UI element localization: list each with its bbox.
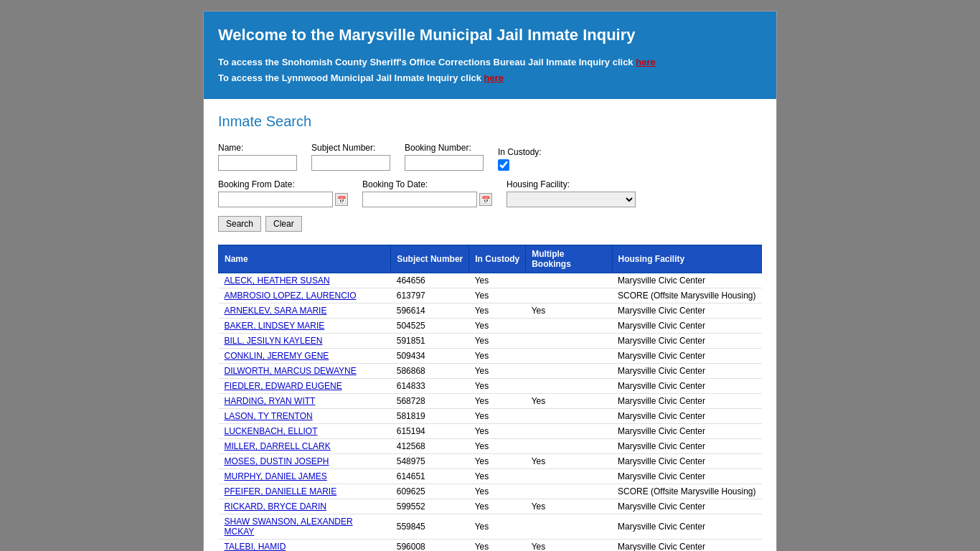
table-row: ALECK, HEATHER SUSAN464656YesMarysville … [219,273,762,288]
booking-from-group: Booking From Date: 📅 [218,179,348,207]
inmate-name-link[interactable]: BAKER, LINDSEY MARIE [225,321,325,331]
cell-housing: Marysville Civic Center [612,409,761,424]
cell-multiple [526,273,612,288]
results-table: Name Subject Number In Custody Multiple … [218,245,762,551]
table-row: RICKARD, BRYCE DARIN599552YesYesMarysvil… [219,499,762,514]
inmate-name-link[interactable]: TALEBI, HAMID [225,542,286,551]
booking-from-wrapper: 📅 [218,192,348,207]
cell-subject: 613797 [391,288,469,303]
inmate-name-link[interactable]: LUCKENBACH, ELLIOT [225,426,318,436]
cell-name: MOSES, DUSTIN JOSEPH [219,454,391,469]
cell-housing: Marysville Civic Center [612,319,761,334]
cell-subject: 596008 [391,540,469,551]
custody-label: In Custody: [498,147,542,157]
cell-name: LASON, TY TRENTON [219,409,391,424]
subject-input[interactable] [311,155,390,171]
cell-subject: 548975 [391,454,469,469]
form-row-1: Name: Subject Number: Booking Number: In… [218,143,762,171]
booking-to-input[interactable] [362,192,477,207]
inmate-name-link[interactable]: AMBROSIO LOPEZ, LAURENCIO [225,291,357,301]
search-title: Inmate Search [218,113,762,130]
cell-housing: Marysville Civic Center [612,379,761,394]
cell-custody: Yes [469,409,526,424]
housing-field-group: Housing Facility: Marysville Civic Cente… [507,179,636,207]
custody-checkbox[interactable] [498,159,509,171]
booking-input[interactable] [405,155,484,171]
inmate-name-link[interactable]: MILLER, DARRELL CLARK [225,441,331,451]
clear-button[interactable]: Clear [265,216,302,232]
cell-multiple [526,469,612,484]
cell-subject: 614833 [391,379,469,394]
cell-housing: Marysville Civic Center [612,334,761,349]
housing-select[interactable]: Marysville Civic Center SCORE (Offsite M… [507,192,636,207]
cell-name: HARDING, RYAN WITT [219,394,391,409]
table-row: BAKER, LINDSEY MARIE504525YesMarysville … [219,319,762,334]
cell-custody: Yes [469,514,526,540]
inmate-name-link[interactable]: DILWORTH, MARCUS DEWAYNE [225,366,357,376]
snohomish-link[interactable]: here [636,57,655,67]
inmate-name-link[interactable]: PFEIFER, DANIELLE MARIE [225,486,337,496]
cell-multiple [526,514,612,540]
booking-from-label: Booking From Date: [218,179,348,189]
table-row: LUCKENBACH, ELLIOT615194YesMarysville Ci… [219,424,762,439]
search-button[interactable]: Search [218,216,261,232]
table-row: PFEIFER, DANIELLE MARIE609625YesSCORE (O… [219,484,762,499]
cell-subject: 609625 [391,484,469,499]
table-row: SHAW SWANSON, ALEXANDER MCKAY559845YesMa… [219,514,762,540]
cell-custody: Yes [469,394,526,409]
cell-subject: 412568 [391,439,469,454]
table-row: MILLER, DARRELL CLARK412568YesMarysville… [219,439,762,454]
table-row: CONKLIN, JEREMY GENE509434YesMarysville … [219,349,762,364]
cell-housing: SCORE (Offsite Marysville Housing) [612,484,761,499]
cell-name: PFEIFER, DANIELLE MARIE [219,484,391,499]
booking-to-calendar-icon[interactable]: 📅 [479,193,492,206]
page-title: Welcome to the Marysville Municipal Jail… [218,26,762,44]
cell-name: CONKLIN, JEREMY GENE [219,349,391,364]
booking-from-input[interactable] [218,192,333,207]
name-label: Name: [218,143,297,153]
inmate-name-link[interactable]: MURPHY, DANIEL JAMES [225,471,327,481]
cell-custody: Yes [469,454,526,469]
booking-to-label: Booking To Date: [362,179,492,189]
table-header: Name Subject Number In Custody Multiple … [219,245,762,273]
cell-custody: Yes [469,319,526,334]
table-body: ALECK, HEATHER SUSAN464656YesMarysville … [219,273,762,551]
cell-name: MURPHY, DANIEL JAMES [219,469,391,484]
cell-multiple [526,334,612,349]
inmate-name-link[interactable]: SHAW SWANSON, ALEXANDER MCKAY [225,517,353,537]
cell-multiple: Yes [526,303,612,319]
cell-custody: Yes [469,484,526,499]
booking-from-calendar-icon[interactable]: 📅 [335,193,348,206]
name-input[interactable] [218,155,297,171]
page-wrapper: Welcome to the Marysville Municipal Jail… [203,11,777,551]
booking-to-group: Booking To Date: 📅 [362,179,492,207]
cell-multiple: Yes [526,540,612,551]
cell-subject: 509434 [391,349,469,364]
cell-multiple [526,319,612,334]
lynnwood-link[interactable]: here [484,72,504,83]
cell-custody: Yes [469,273,526,288]
housing-label: Housing Facility: [507,179,636,189]
cell-multiple: Yes [526,394,612,409]
inmate-name-link[interactable]: BILL, JESILYN KAYLEEN [225,336,323,346]
cell-custody: Yes [469,364,526,379]
inmate-name-link[interactable]: RICKARD, BRYCE DARIN [225,501,326,512]
lynnwood-text: To access the Lynnwood Municipal Jail In… [218,72,484,83]
cell-multiple: Yes [526,499,612,514]
cell-multiple [526,288,612,303]
cell-name: TALEBI, HAMID [219,540,391,551]
inmate-name-link[interactable]: FIEDLER, EDWARD EUGENE [225,381,342,391]
inmate-name-link[interactable]: ALECK, HEATHER SUSAN [225,276,330,286]
inmate-name-link[interactable]: MOSES, DUSTIN JOSEPH [225,456,329,466]
cell-name: BAKER, LINDSEY MARIE [219,319,391,334]
inmate-name-link[interactable]: HARDING, RYAN WITT [225,396,316,406]
inmate-name-link[interactable]: CONKLIN, JEREMY GENE [225,351,329,361]
cell-housing: Marysville Civic Center [612,424,761,439]
cell-subject: 504525 [391,319,469,334]
cell-custody: Yes [469,540,526,551]
cell-custody: Yes [469,469,526,484]
inmate-name-link[interactable]: ARNEKLEV, SARA MARIE [225,306,327,316]
cell-multiple [526,439,612,454]
inmate-name-link[interactable]: LASON, TY TRENTON [225,411,313,421]
table-row: TALEBI, HAMID596008YesYesMarysville Civi… [219,540,762,551]
